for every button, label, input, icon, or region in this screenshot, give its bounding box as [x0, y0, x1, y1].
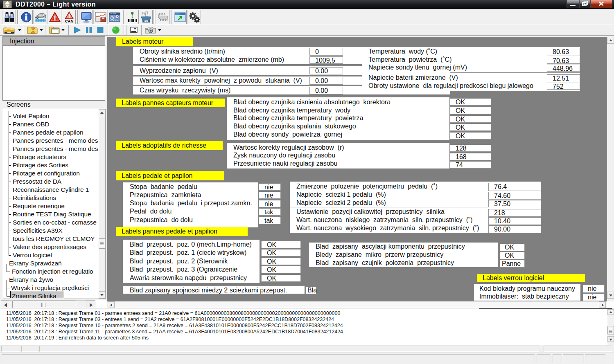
- svg-text:CAN: CAN: [65, 19, 74, 23]
